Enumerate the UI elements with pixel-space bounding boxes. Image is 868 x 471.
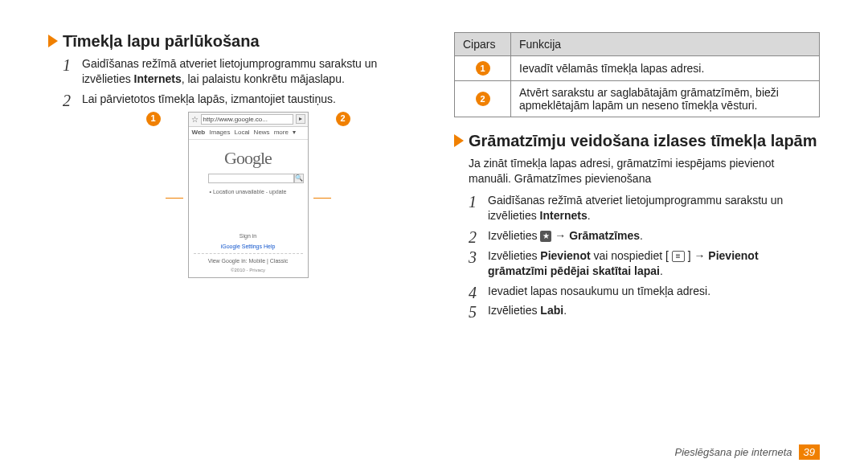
google-search-input [208, 174, 294, 183]
right-step-3: Izvēlieties Pievienot vai nospiediet [ ≡… [469, 248, 820, 279]
chevron-right-icon [48, 35, 58, 47]
mobile-view-text: View Google in: Mobile | Classic [194, 257, 303, 264]
address-bar: ☆ ▸ [189, 113, 308, 128]
table-row: 1 Ievadīt vēlamās tīmekļa lapas adresi. [455, 56, 820, 81]
heading-browsing: Tīmekļa lapu pārlūkošana [63, 32, 260, 50]
bookmark-star-icon: ☆ [191, 114, 199, 125]
footer-section: Pieslēgšana pie interneta [675, 446, 792, 458]
google-logo: Google [194, 146, 303, 170]
row-badge-2: 2 [476, 92, 490, 106]
bookmarks-intro: Ja zināt tīmekļa lapas adresi, grāmatzīm… [469, 156, 820, 186]
right-step-5: Izvēlieties Labi. [469, 303, 820, 318]
right-steps: Gaidīšanas režīmā atveriet lietojumprogr… [469, 193, 820, 318]
function-table: Cipars Funkcija 1 Ievadīt vēlamās tīmekļ… [454, 32, 820, 117]
page-footer: Pieslēgšana pie interneta 39 [675, 444, 820, 460]
location-text: • Location unavailable - update [194, 188, 303, 195]
row-desc-1: Ievadīt vēlamās tīmekļa lapas adresi. [511, 56, 820, 81]
chevron-right-icon [454, 134, 464, 147]
right-step-4: Ievadiet lapas nosaukumu un tīmekļa adre… [469, 284, 820, 299]
heading-bookmarks: Grāmatzīmju veidošana izlases tīmekļa la… [469, 132, 817, 149]
url-input [201, 114, 293, 125]
right-step-2: Izvēlieties ★ → Grāmatzīmes. [469, 228, 820, 244]
right-step-1: Gaidīšanas režīmā atveriet lietojumprogr… [469, 193, 820, 223]
row-badge-1: 1 [476, 61, 490, 76]
callout-badge-2: 2 [336, 112, 350, 126]
bookmark-star-icon: ★ [540, 231, 551, 242]
callout-badge-1: 1 [146, 112, 161, 126]
copyright-text: ©2010 - Privacy [194, 267, 303, 273]
table-row: 2 Atvērt sarakstu ar saglabātajām grāmat… [455, 81, 820, 117]
section-heading-left: Tīmekļa lapu pārlūkošana [48, 32, 414, 50]
th-funkcija: Funkcija [511, 33, 820, 56]
left-step-2: Lai pārvietotos tīmekļa lapās, izmantoji… [63, 92, 414, 278]
phone-mock: ☆ ▸ Web Images Local News more ▾ [188, 112, 309, 278]
phone-callout: 1 ☆ ▸ Web Images Local News [82, 112, 414, 278]
phone-tabs: Web Images Local News more ▾ [189, 127, 308, 140]
left-steps: Gaidīšanas režīmā atveriet lietojumprogr… [63, 56, 414, 278]
row-desc-2: Atvērt sarakstu ar saglabātajām grāmatzī… [511, 81, 820, 117]
th-cipars: Cipars [455, 33, 511, 56]
google-search-button: 🔍 [294, 174, 304, 183]
left-step-1: Gaidīšanas režīmā atveriet lietojumprogr… [63, 56, 414, 87]
menu-key-icon: ≡ [672, 251, 685, 262]
google-footer-links: iGoogle Settings Help [194, 243, 303, 250]
go-button: ▸ [296, 114, 305, 124]
page-number: 39 [799, 444, 820, 460]
section-heading-right: Grāmatzīmju veidošana izlases tīmekļa la… [454, 132, 820, 149]
signin-link: Sign in [194, 232, 303, 240]
